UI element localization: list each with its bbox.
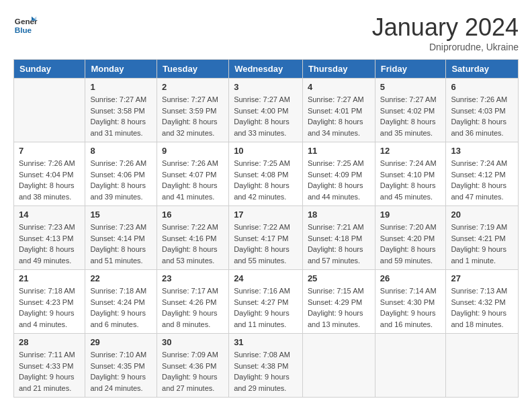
calendar-cell: 24Sunrise: 7:16 AMSunset: 4:27 PMDayligh… [229,270,303,334]
day-number: 29 [90,337,152,347]
week-row-5: 28Sunrise: 7:11 AMSunset: 4:33 PMDayligh… [14,334,519,398]
calendar-cell: 14Sunrise: 7:23 AMSunset: 4:13 PMDayligh… [14,206,85,270]
page-header: General Blue January 2024 Dniprorudne, U… [13,13,519,52]
calendar-cell [375,334,446,398]
day-info: Sunrise: 7:26 AMSunset: 4:07 PMDaylight:… [162,158,224,202]
month-title: January 2024 [372,13,519,42]
day-header-monday: Monday [85,60,157,79]
day-info: Sunrise: 7:11 AMSunset: 4:33 PMDaylight:… [19,349,80,394]
day-info: Sunrise: 7:27 AMSunset: 4:01 PMDaylight:… [308,94,370,138]
week-row-4: 21Sunrise: 7:18 AMSunset: 4:23 PMDayligh… [14,270,519,334]
calendar-cell: 21Sunrise: 7:18 AMSunset: 4:23 PMDayligh… [14,270,85,334]
day-info: Sunrise: 7:14 AMSunset: 4:30 PMDaylight:… [380,285,441,330]
day-number: 3 [234,82,298,92]
calendar-cell: 1Sunrise: 7:27 AMSunset: 3:58 PMDaylight… [85,79,157,142]
day-header-saturday: Saturday [446,60,519,79]
calendar-cell [14,79,85,142]
day-number: 5 [380,82,441,92]
day-number: 11 [308,146,370,156]
calendar-cell: 30Sunrise: 7:09 AMSunset: 4:36 PMDayligh… [157,334,229,398]
calendar-cell: 13Sunrise: 7:24 AMSunset: 4:12 PMDayligh… [446,142,519,206]
calendar-table: SundayMondayTuesdayWednesdayThursdayFrid… [13,59,519,398]
day-info: Sunrise: 7:27 AMSunset: 4:02 PMDaylight:… [380,94,441,138]
day-header-friday: Friday [375,60,446,79]
week-row-1: 1Sunrise: 7:27 AMSunset: 3:58 PMDaylight… [14,79,519,142]
day-number: 21 [19,273,80,283]
calendar-cell: 23Sunrise: 7:17 AMSunset: 4:26 PMDayligh… [157,270,229,334]
calendar-cell: 15Sunrise: 7:23 AMSunset: 4:14 PMDayligh… [85,206,157,270]
day-number: 12 [380,146,441,156]
calendar-cell: 26Sunrise: 7:14 AMSunset: 4:30 PMDayligh… [375,270,446,334]
day-info: Sunrise: 7:21 AMSunset: 4:18 PMDaylight:… [308,222,370,266]
day-number: 10 [234,146,298,156]
day-number: 27 [451,273,513,283]
day-number: 6 [451,82,513,92]
day-number: 25 [308,273,370,283]
calendar-cell: 22Sunrise: 7:18 AMSunset: 4:24 PMDayligh… [85,270,157,334]
day-header-thursday: Thursday [302,60,375,79]
day-number: 30 [162,337,224,347]
calendar-cell: 12Sunrise: 7:24 AMSunset: 4:10 PMDayligh… [375,142,446,206]
calendar-cell: 27Sunrise: 7:13 AMSunset: 4:32 PMDayligh… [446,270,519,334]
day-header-sunday: Sunday [14,60,85,79]
day-number: 9 [162,146,224,156]
title-block: January 2024 Dniprorudne, Ukraine [372,13,519,52]
day-info: Sunrise: 7:23 AMSunset: 4:13 PMDaylight:… [19,222,80,266]
calendar-cell: 19Sunrise: 7:20 AMSunset: 4:20 PMDayligh… [375,206,446,270]
calendar-cell: 2Sunrise: 7:27 AMSunset: 3:59 PMDaylight… [157,79,229,142]
day-info: Sunrise: 7:19 AMSunset: 4:21 PMDaylight:… [451,222,513,266]
day-number: 17 [234,210,298,220]
calendar-cell [302,334,375,398]
location-subtitle: Dniprorudne, Ukraine [372,42,519,52]
week-row-3: 14Sunrise: 7:23 AMSunset: 4:13 PMDayligh… [14,206,519,270]
calendar-cell: 5Sunrise: 7:27 AMSunset: 4:02 PMDaylight… [375,79,446,142]
calendar-cell: 17Sunrise: 7:22 AMSunset: 4:17 PMDayligh… [229,206,303,270]
svg-text:General: General [15,17,38,26]
day-number: 26 [380,273,441,283]
calendar-cell: 3Sunrise: 7:27 AMSunset: 4:00 PMDaylight… [229,79,303,142]
week-row-2: 7Sunrise: 7:26 AMSunset: 4:04 PMDaylight… [14,142,519,206]
day-info: Sunrise: 7:26 AMSunset: 4:03 PMDaylight:… [451,94,513,138]
day-number: 7 [19,146,80,156]
day-info: Sunrise: 7:15 AMSunset: 4:29 PMDaylight:… [308,285,370,330]
day-info: Sunrise: 7:23 AMSunset: 4:14 PMDaylight:… [90,222,152,266]
day-number: 22 [90,273,152,283]
calendar-cell: 6Sunrise: 7:26 AMSunset: 4:03 PMDaylight… [446,79,519,142]
day-info: Sunrise: 7:16 AMSunset: 4:27 PMDaylight:… [234,285,298,330]
day-number: 13 [451,146,513,156]
calendar-cell: 25Sunrise: 7:15 AMSunset: 4:29 PMDayligh… [302,270,375,334]
calendar-cell: 9Sunrise: 7:26 AMSunset: 4:07 PMDaylight… [157,142,229,206]
day-info: Sunrise: 7:13 AMSunset: 4:32 PMDaylight:… [451,285,513,330]
day-header-wednesday: Wednesday [229,60,303,79]
day-info: Sunrise: 7:08 AMSunset: 4:38 PMDaylight:… [234,349,298,394]
day-info: Sunrise: 7:22 AMSunset: 4:16 PMDaylight:… [162,222,224,266]
day-info: Sunrise: 7:25 AMSunset: 4:09 PMDaylight:… [308,158,370,202]
day-number: 19 [380,210,441,220]
day-number: 24 [234,273,298,283]
day-number: 31 [234,337,298,347]
day-number: 4 [308,82,370,92]
day-info: Sunrise: 7:18 AMSunset: 4:24 PMDaylight:… [90,285,152,330]
day-info: Sunrise: 7:24 AMSunset: 4:12 PMDaylight:… [451,158,513,202]
day-info: Sunrise: 7:24 AMSunset: 4:10 PMDaylight:… [380,158,441,202]
day-number: 1 [90,82,152,92]
day-number: 28 [19,337,80,347]
calendar-cell [446,334,519,398]
calendar-cell: 29Sunrise: 7:10 AMSunset: 4:35 PMDayligh… [85,334,157,398]
day-info: Sunrise: 7:09 AMSunset: 4:36 PMDaylight:… [162,349,224,394]
calendar-cell: 28Sunrise: 7:11 AMSunset: 4:33 PMDayligh… [14,334,85,398]
day-number: 23 [162,273,224,283]
svg-text:Blue: Blue [15,26,32,34]
day-info: Sunrise: 7:27 AMSunset: 3:58 PMDaylight:… [90,94,152,138]
day-info: Sunrise: 7:22 AMSunset: 4:17 PMDaylight:… [234,222,298,266]
day-info: Sunrise: 7:26 AMSunset: 4:04 PMDaylight:… [19,158,80,202]
day-number: 18 [308,210,370,220]
day-info: Sunrise: 7:26 AMSunset: 4:06 PMDaylight:… [90,158,152,202]
calendar-cell: 11Sunrise: 7:25 AMSunset: 4:09 PMDayligh… [302,142,375,206]
calendar-cell: 10Sunrise: 7:25 AMSunset: 4:08 PMDayligh… [229,142,303,206]
day-info: Sunrise: 7:10 AMSunset: 4:35 PMDaylight:… [90,349,152,394]
day-number: 20 [451,210,513,220]
calendar-cell: 8Sunrise: 7:26 AMSunset: 4:06 PMDaylight… [85,142,157,206]
calendar-cell: 20Sunrise: 7:19 AMSunset: 4:21 PMDayligh… [446,206,519,270]
header-row: SundayMondayTuesdayWednesdayThursdayFrid… [14,60,519,79]
